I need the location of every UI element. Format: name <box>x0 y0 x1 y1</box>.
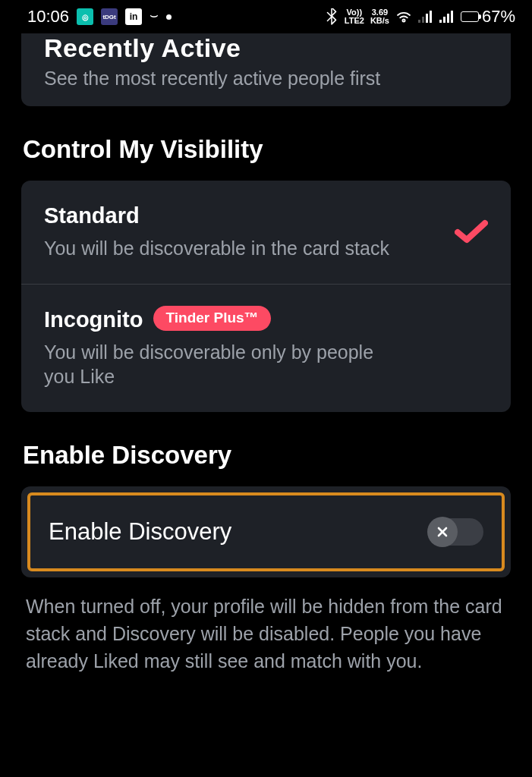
recently-active-title: Recently Active <box>44 33 488 63</box>
svg-rect-6 <box>447 14 449 23</box>
discovery-card: Enable Discovery <box>21 486 511 577</box>
svg-rect-7 <box>451 11 453 23</box>
bluetooth-icon <box>325 8 338 25</box>
recently-active-option[interactable]: Recently Active See the most recently ac… <box>21 33 511 106</box>
discovery-row-highlight: Enable Discovery <box>27 492 505 571</box>
incognito-title: Incognito <box>44 307 143 332</box>
visibility-card: Standard You will be discoverable in the… <box>21 181 511 412</box>
check-icon <box>455 219 488 247</box>
status-left: 10:06 ◎ tDGt in ⌣ <box>27 7 172 27</box>
data-speed-indicator: 3.69 KB/s <box>370 8 389 25</box>
notif-app-icon-1: ◎ <box>77 8 93 25</box>
close-icon <box>436 525 449 539</box>
svg-rect-0 <box>418 20 420 23</box>
battery-indicator: 67% <box>461 7 515 27</box>
discovery-footer-text: When turned off, your profile will be hi… <box>26 593 506 675</box>
status-right: Vo)) LTE2 3.69 KB/s 67% <box>325 7 515 27</box>
signal-icon-2 <box>439 11 455 23</box>
notif-amazon-icon: ⌣ <box>150 8 159 24</box>
svg-rect-5 <box>443 17 445 23</box>
incognito-desc: You will be discoverable only by people … <box>44 340 393 389</box>
notif-app-icon-2: tDGt <box>101 8 118 25</box>
discovery-row-label: Enable Discovery <box>49 518 231 546</box>
svg-rect-3 <box>430 11 432 23</box>
discovery-toggle[interactable] <box>429 518 483 546</box>
notif-more-dot <box>166 14 172 20</box>
svg-rect-4 <box>439 20 442 23</box>
standard-title: Standard <box>44 203 389 228</box>
visibility-option-incognito[interactable]: Incognito Tinder Plus™ You will be disco… <box>21 285 511 412</box>
settings-content: Recently Active See the most recently ac… <box>0 33 532 675</box>
visibility-option-standard[interactable]: Standard You will be discoverable in the… <box>21 181 511 284</box>
notif-linkedin-icon: in <box>125 8 142 25</box>
signal-icon-1 <box>418 11 433 23</box>
recently-active-desc: See the most recently active people firs… <box>44 68 488 90</box>
tinder-plus-badge: Tinder Plus™ <box>153 306 270 331</box>
svg-rect-1 <box>422 17 424 23</box>
standard-desc: You will be discoverable in the card sta… <box>44 236 389 261</box>
status-bar: 10:06 ◎ tDGt in ⌣ Vo)) LTE2 3.69 KB/s 67… <box>0 0 532 33</box>
toggle-knob <box>427 517 458 547</box>
svg-rect-2 <box>426 14 428 23</box>
wifi-icon <box>395 10 412 24</box>
volte-indicator: Vo)) LTE2 <box>345 8 364 25</box>
clock: 10:06 <box>27 7 69 27</box>
section-title-discovery: Enable Discovery <box>23 441 511 470</box>
section-title-visibility: Control My Visibility <box>23 135 511 164</box>
